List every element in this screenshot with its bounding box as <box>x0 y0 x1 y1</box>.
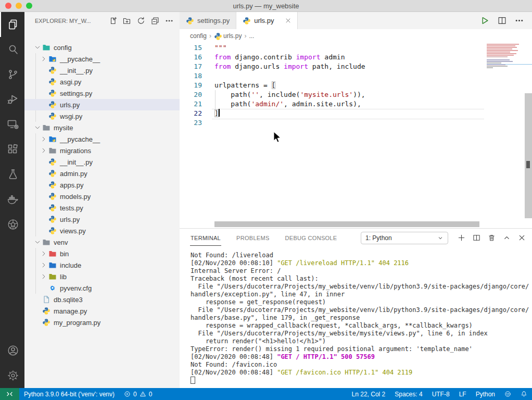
close-panel-icon[interactable] <box>518 234 526 242</box>
chevron-right-icon[interactable] <box>39 249 48 258</box>
tree-item-urls-py[interactable]: urls.py <box>24 99 180 110</box>
run-debug-icon[interactable] <box>0 87 24 112</box>
breadcrumb-item-2[interactable]: ... <box>249 32 254 40</box>
tree-item-db-sqlite3[interactable]: db.sqlite3 <box>24 294 180 305</box>
python-interpreter[interactable]: Python 3.9.0 64-bit ('venv': venv) <box>19 388 119 400</box>
tree-item-models-py[interactable]: models.py <box>24 191 180 202</box>
code-token: 'mysite.urls' <box>300 91 353 98</box>
refresh-icon[interactable] <box>136 16 146 26</box>
chevron-right-icon[interactable] <box>39 146 48 155</box>
maximize-panel-icon[interactable] <box>503 234 511 242</box>
editor-group: settings.pyurls.py config›urls.py›... 15… <box>180 12 532 228</box>
tree-item-migrations[interactable]: migrations <box>24 145 180 156</box>
chevron-right-icon[interactable] <box>39 55 48 63</box>
tree-item-include[interactable]: include <box>24 259 180 271</box>
tree-item-venv[interactable]: venv <box>24 236 180 248</box>
tree-item-asgi-py[interactable]: asgi.py <box>24 76 180 88</box>
source-control-icon[interactable] <box>0 62 24 87</box>
tree-item-tests-py[interactable]: tests.py <box>24 202 180 214</box>
notifications-bell-icon[interactable] <box>516 388 532 400</box>
explorer-icon[interactable] <box>0 12 24 37</box>
settings-icon[interactable] <box>0 363 24 388</box>
indentation[interactable]: Spaces: 4 <box>390 388 427 400</box>
panel-tab-problems[interactable]: PROBLEMS <box>236 230 270 246</box>
chevron-right-icon[interactable] <box>39 272 48 281</box>
chevron-right-icon[interactable] <box>39 261 48 269</box>
new-file-icon[interactable] <box>108 16 118 26</box>
chevron-right-icon[interactable] <box>39 135 48 143</box>
cursor-position[interactable]: Ln 22, Col 2 <box>347 388 390 400</box>
file-file-icon <box>42 295 50 304</box>
chevron-down-icon[interactable] <box>33 43 42 52</box>
zoom-window-button[interactable] <box>26 3 32 9</box>
feedback-icon[interactable] <box>500 388 516 400</box>
tree-item--pycache-[interactable]: __pycache__ <box>24 133 180 145</box>
tree-item-label: lib <box>60 273 67 281</box>
panel-tab-terminal[interactable]: TERMINAL <box>190 230 221 246</box>
python-file-icon <box>48 227 57 235</box>
horizontal-scrollbar[interactable] <box>214 221 479 227</box>
encoding[interactable]: UTF-8 <box>427 388 454 400</box>
testing-icon[interactable] <box>0 162 24 187</box>
tree-item-views-py[interactable]: views.py <box>24 225 180 236</box>
search-icon[interactable] <box>0 37 24 62</box>
run-button[interactable] <box>480 16 489 25</box>
minimize-window-button[interactable] <box>16 3 22 9</box>
eol[interactable]: LF <box>454 388 471 400</box>
tree-item--init-py[interactable]: __init__.py <box>24 156 180 168</box>
code-editor[interactable]: 151617181920212223 """from django.contri… <box>180 42 532 228</box>
tree-item-settings-py[interactable]: settings.py <box>24 88 180 99</box>
more-actions-icon[interactable] <box>515 16 524 25</box>
tree-item-apps-py[interactable]: apps.py <box>24 179 180 191</box>
python-file-icon <box>48 192 57 201</box>
split-terminal-icon[interactable] <box>473 234 480 242</box>
account-icon[interactable] <box>0 338 24 363</box>
title-bar[interactable]: urls.py — my_website <box>0 0 532 12</box>
code-token: """ <box>214 44 226 52</box>
close-window-button[interactable] <box>5 3 11 9</box>
error-icon <box>124 391 131 397</box>
remote-indicator[interactable] <box>0 388 19 400</box>
tree-item-config[interactable]: config <box>24 42 180 53</box>
tab-settings-py[interactable]: settings.py <box>180 12 236 29</box>
tree-item--init-py[interactable]: __init__.py <box>24 65 180 76</box>
warning-icon <box>140 391 146 397</box>
tree-item-urls-py[interactable]: urls.py <box>24 214 180 225</box>
tree-item-manage-py[interactable]: manage.py <box>24 305 180 317</box>
more-icon[interactable] <box>164 16 174 26</box>
chevron-down-icon[interactable] <box>33 123 42 132</box>
tree-item-wsgi-py[interactable]: wsgi.py <box>24 110 180 122</box>
terminal-shell-selector[interactable]: 1: Python <box>361 232 448 244</box>
docker-icon[interactable] <box>0 187 24 212</box>
problems-status[interactable]: 0 0 <box>119 388 157 400</box>
new-terminal-icon[interactable] <box>458 234 465 242</box>
tab-urls-py[interactable]: urls.py <box>236 12 298 29</box>
terminal-text: Not Found: /favicon.ico <box>191 361 277 368</box>
kubernetes-icon[interactable] <box>0 212 24 237</box>
tree-item--pycache-[interactable]: __pycache__ <box>24 53 180 65</box>
tree-item-lib[interactable]: lib <box>24 271 180 282</box>
vertical-scrollbar[interactable] <box>525 93 532 218</box>
new-folder-icon[interactable] <box>122 16 132 26</box>
minimap[interactable] <box>487 44 524 69</box>
tree-item-admin-py[interactable]: admin.py <box>24 168 180 179</box>
breadcrumb-item-0[interactable]: config <box>190 32 207 40</box>
twisty-spacer <box>39 112 48 120</box>
terminal-text: File "/Users/ducoterra/Projects/my_websi… <box>191 283 529 290</box>
terminal-output[interactable]: Not Found: /livereload[02/Nov/2020 00:08… <box>191 252 530 387</box>
collapse-all-icon[interactable] <box>150 16 160 26</box>
tree-item-my-program-py[interactable]: my_program.py <box>24 317 180 328</box>
minimap-line <box>487 45 515 46</box>
extensions-icon[interactable] <box>0 137 24 162</box>
tree-item-mysite[interactable]: mysite <box>24 122 180 133</box>
tree-item-bin[interactable]: bin <box>24 248 180 259</box>
language-mode[interactable]: Python <box>471 388 500 400</box>
tree-item-pyvenv-cfg[interactable]: pyvenv.cfg <box>24 282 180 294</box>
split-editor-icon[interactable] <box>498 16 506 25</box>
remote-explorer-icon[interactable] <box>0 112 24 137</box>
chevron-down-icon[interactable] <box>33 238 42 246</box>
kill-terminal-icon[interactable] <box>488 234 496 242</box>
close-tab-icon[interactable] <box>285 18 291 23</box>
breadcrumb-item-1[interactable]: urls.py <box>214 32 242 40</box>
panel-tab-debug-console[interactable]: DEBUG CONSOLE <box>285 230 338 246</box>
